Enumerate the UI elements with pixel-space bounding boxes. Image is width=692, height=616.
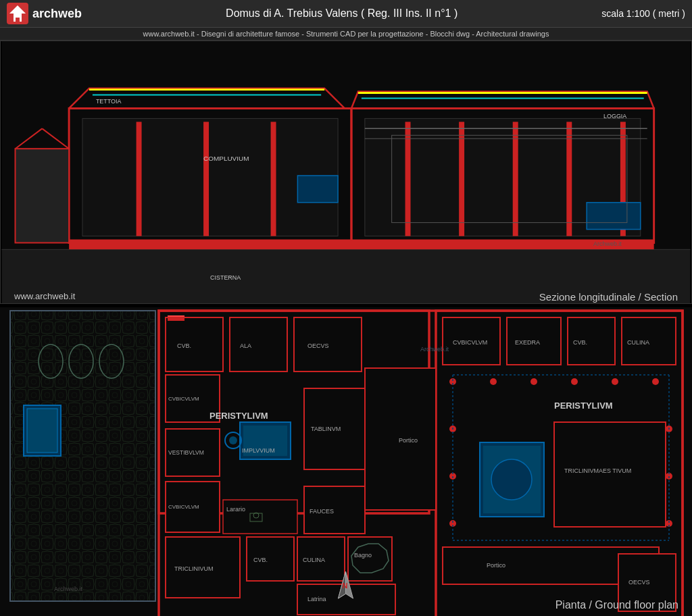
svg-point-83 xyxy=(652,378,659,385)
scale-info: scala 1:100 ( metri ) xyxy=(601,8,685,19)
svg-text:IMPLVVIUM: IMPLVVIUM xyxy=(242,447,275,454)
svg-point-81 xyxy=(571,378,578,385)
archweb-logo-icon xyxy=(7,3,28,24)
svg-text:Portico: Portico xyxy=(487,562,505,569)
svg-text:TRICLINIVMAES TIVUM: TRICLINIVMAES TIVUM xyxy=(564,467,631,474)
main-content: TETTOIA COMPLUVIUM CISTERNA LOGGIA Archw… xyxy=(0,41,692,616)
svg-rect-70 xyxy=(223,500,297,534)
svg-rect-16 xyxy=(271,122,276,236)
section-svg: TETTOIA COMPLUVIUM CISTERNA LOGGIA Archw… xyxy=(1,41,691,303)
svg-text:LOGGIA: LOGGIA xyxy=(603,113,626,120)
svg-text:CISTERNA: CISTERNA xyxy=(210,274,241,281)
svg-point-61 xyxy=(229,436,237,444)
svg-text:Latrina: Latrina xyxy=(307,596,326,602)
svg-point-82 xyxy=(612,378,618,385)
svg-text:FAUCES: FAUCES xyxy=(310,508,334,515)
svg-rect-22 xyxy=(69,239,654,249)
svg-text:CVBICVLVM: CVBICVLVM xyxy=(168,504,199,510)
svg-rect-53 xyxy=(230,317,287,371)
svg-text:ALA: ALA xyxy=(240,342,251,349)
svg-rect-52 xyxy=(166,317,223,371)
svg-text:TETTOIA: TETTOIA xyxy=(96,98,122,105)
floorplan-title: Pianta / Ground floor plan xyxy=(555,599,678,611)
svg-text:OECVS: OECVS xyxy=(307,342,329,349)
svg-text:CVB.: CVB. xyxy=(177,342,191,349)
svg-rect-102 xyxy=(168,315,184,317)
svg-text:Portico: Portico xyxy=(399,437,418,444)
site-name: archweb xyxy=(32,7,82,21)
logo-area: archweb xyxy=(7,3,82,24)
svg-text:Larario: Larario xyxy=(226,506,245,513)
svg-text:Archweb.it: Archweb.it xyxy=(420,346,449,353)
svg-text:CVB.: CVB. xyxy=(253,557,268,563)
svg-rect-14 xyxy=(137,122,142,236)
svg-text:CVB.: CVB. xyxy=(573,339,587,346)
svg-rect-93 xyxy=(554,422,666,527)
section-drawing-area: TETTOIA COMPLUVIUM CISTERNA LOGGIA Archw… xyxy=(0,41,692,304)
svg-text:N: N xyxy=(343,582,348,590)
svg-rect-49 xyxy=(27,409,57,453)
svg-text:PERISTYLIVM: PERISTYLIVM xyxy=(209,411,268,421)
svg-rect-29 xyxy=(587,203,641,230)
svg-text:OECVS: OECVS xyxy=(628,579,650,586)
north-arrow-icon: N xyxy=(328,568,365,605)
north-arrow-container: N xyxy=(328,568,365,608)
svg-text:COMPLUVIUM: COMPLUVIUM xyxy=(203,155,249,162)
svg-text:Archweb.it: Archweb.it xyxy=(54,586,83,592)
svg-text:Bagno: Bagno xyxy=(354,552,372,559)
svg-text:CVBICVLVM: CVBICVLVM xyxy=(168,396,199,402)
svg-text:CULINA: CULINA xyxy=(303,557,325,563)
svg-rect-30 xyxy=(297,176,338,203)
svg-text:PERISTYLIVM: PERISTYLIVM xyxy=(554,401,613,411)
svg-rect-15 xyxy=(203,122,209,236)
subtitle-text: www.archweb.it - Disegni di architetture… xyxy=(143,30,549,38)
svg-rect-3 xyxy=(16,18,20,22)
svg-text:VESTIBVLVM: VESTIBVLVM xyxy=(168,449,204,456)
page-title: Domus di A. Trebius Valens ( Reg. III In… xyxy=(89,7,595,20)
svg-text:EXEDRA: EXEDRA xyxy=(515,339,540,346)
svg-point-92 xyxy=(491,459,532,500)
subtitle-bar: www.archweb.it - Disegni di architetture… xyxy=(0,28,692,41)
section-type-label: Sezione longitudinale / Section xyxy=(539,291,678,303)
svg-point-80 xyxy=(530,378,537,385)
svg-text:Archweb.it: Archweb.it xyxy=(593,240,622,247)
svg-text:CVBICVLVM: CVBICVLVM xyxy=(453,339,487,346)
svg-text:CULINA: CULINA xyxy=(627,339,649,346)
svg-rect-25 xyxy=(16,149,70,242)
svg-point-79 xyxy=(490,378,497,385)
svg-text:TABLINVM: TABLINVM xyxy=(311,426,341,432)
section-website-label: www.archweb.it xyxy=(14,291,75,301)
header: archweb Domus di A. Trebius Valens ( Reg… xyxy=(0,0,692,28)
floorplan-area: CVB. ALA OECVS CVBICVLVM EXEDRA CVB. CUL… xyxy=(0,307,692,616)
svg-text:TRICLINIVUM: TRICLINIVUM xyxy=(174,565,214,572)
